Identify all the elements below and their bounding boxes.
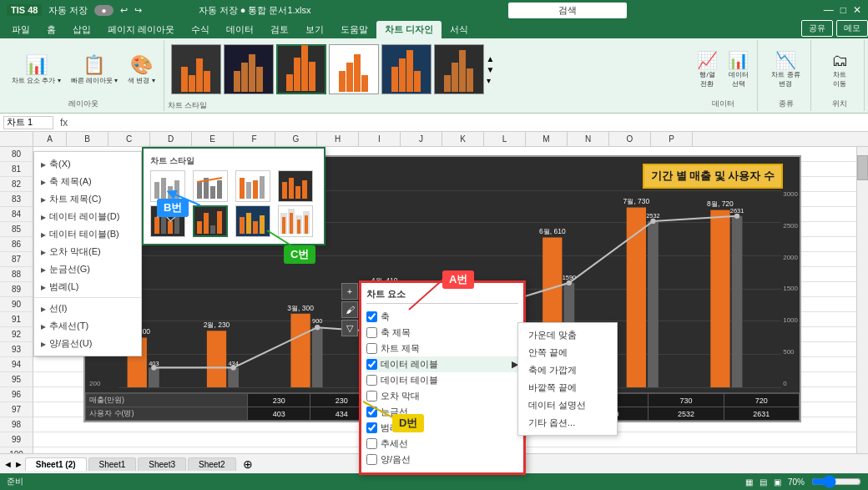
style-item-4[interactable] [278,170,313,202]
menu-axis[interactable]: ▸ 축(X) [34,155,141,173]
chart-style-2[interactable] [224,44,274,94]
tab-insert[interactable]: 삽입 [64,21,99,38]
sheet-tab-3[interactable]: Sheet3 [138,457,186,471]
move-chart-btn[interactable]: 🗂 차트이동 [828,49,851,90]
tab-review[interactable]: 검토 [262,21,297,38]
tab-file[interactable]: 파일 [3,21,38,38]
check-gridline-input[interactable] [366,407,377,417]
share-btn[interactable]: 공유 [801,20,833,37]
col-P[interactable]: P [651,132,693,146]
scrollbar-thumb[interactable] [857,155,868,180]
tab-format[interactable]: 서식 [442,21,477,38]
style-item-7[interactable] [235,205,270,237]
col-F[interactable]: F [234,132,275,146]
style-expand[interactable]: ▾ [487,76,495,85]
col-C[interactable]: C [108,132,150,146]
menu-axis-title[interactable]: ▸ 축 제목(A) [34,173,141,190]
vertical-scrollbar[interactable] [856,147,868,470]
check-bar-error-input[interactable] [366,454,377,465]
zoom-slider[interactable] [811,475,861,488]
check-trend[interactable]: 추세선 [366,436,518,452]
col-L[interactable]: L [484,132,526,146]
check-data-table[interactable]: 데이터 테이블 [366,372,518,388]
chart-plus-btn[interactable]: + [341,283,358,300]
submenu-inside-end[interactable]: 안쪽 끝에 [518,344,617,361]
chart-style-1[interactable] [171,44,221,94]
search-bar[interactable]: 검색 [508,3,627,18]
check-legend-input[interactable] [366,422,377,433]
minimize-btn[interactable]: — [824,4,834,16]
check-data-label[interactable]: 데이터 레이블 ▶ [366,356,518,372]
check-data-table-input[interactable] [366,375,377,386]
style-scroll-up[interactable]: ▲ [487,54,495,63]
tab-help[interactable]: 도움말 [332,21,376,38]
tab-formula[interactable]: 수식 [183,21,218,38]
memo-btn[interactable]: 메모 [836,20,868,37]
tab-chart-design[interactable]: 차트 디자인 [376,21,442,38]
col-J[interactable]: J [401,132,442,146]
check-axis-title[interactable]: 축 제목 [366,325,518,341]
menu-error-bar[interactable]: ▸ 오차 막대(E) [34,243,141,260]
color-change-btn[interactable]: 🎨 색 변경 ▾ [124,53,158,87]
change-chart-type-btn[interactable]: 📉 차트 종류변경 [768,48,803,90]
chart-style-5[interactable] [381,44,431,94]
chart-filter-btn[interactable]: ▽ [341,320,358,336]
chart-style-3-selected[interactable] [276,44,326,94]
check-gridline[interactable]: 눈금선 [366,404,518,420]
tab-data[interactable]: 데이터 [218,21,262,38]
style-item-2[interactable] [193,170,228,202]
formula-input[interactable] [74,118,865,128]
select-data-btn[interactable]: 📈 행/열전환 [694,48,721,90]
check-data-label-input[interactable] [366,359,377,370]
style-item-3[interactable] [235,170,270,202]
check-legend[interactable]: 범례 [366,420,518,436]
col-G[interactable]: G [275,132,317,146]
add-chart-element-btn[interactable]: 📊 차트 요소 추가 ▾ [8,53,64,87]
chart-brush-btn[interactable]: 🖌 [341,301,358,318]
style-item-6-selected[interactable] [193,205,228,237]
tab-layout[interactable]: 페이지 레이아웃 [99,21,183,38]
sheet-tab-1[interactable]: Sheet1 (2) [25,457,87,471]
col-M[interactable]: M [526,132,568,146]
tab-view[interactable]: 보기 [297,21,332,38]
chart-style-4[interactable] [329,44,379,94]
close-btn[interactable]: ✕ [853,4,861,16]
col-N[interactable]: N [568,132,609,146]
col-D[interactable]: D [150,132,192,146]
col-H[interactable]: H [317,132,359,146]
sheet-nav-right[interactable]: ► [14,459,23,469]
tab-home[interactable]: 홈 [38,21,64,38]
col-I[interactable]: I [359,132,401,146]
view-normal-icon[interactable]: ▦ [745,477,753,487]
data-select-btn[interactable]: 📊 데이터선택 [724,48,752,90]
quick-layout-btn[interactable]: 📋 빠른 레이아웃 ▾ [68,53,121,87]
check-trend-input[interactable] [366,438,377,449]
menu-legend[interactable]: ▸ 범례(L) [34,278,141,296]
col-A[interactable]: A [33,132,67,146]
check-axis-title-input[interactable] [366,327,377,338]
menu-chart-title[interactable]: ▸ 차트 제목(C) [34,190,141,208]
style-item-8[interactable] [278,205,313,237]
sheet-tab-4[interactable]: Sheet2 [188,457,236,471]
menu-data-table[interactable]: ▸ 데이터 테이블(B) [34,225,141,243]
autosave-toggle[interactable]: ● [94,5,113,16]
submenu-more-options[interactable]: 기타 옵션... [518,414,617,432]
menu-data-label[interactable]: ▸ 데이터 레이블(D) [34,208,141,225]
add-sheet-btn[interactable]: ⊕ [238,457,258,471]
col-O[interactable]: O [609,132,651,146]
col-B[interactable]: B [67,132,108,146]
submenu-callout[interactable]: 데이터 설명선 [518,397,617,414]
undo-icon[interactable]: ↩ [120,5,128,16]
submenu-outside-end[interactable]: 바깥쪽 끝에 [518,379,617,397]
submenu-center[interactable]: 가운데 맞춤 [518,326,617,344]
col-K[interactable]: K [442,132,484,146]
check-error-bar-input[interactable] [366,391,377,402]
sheet-tab-2[interactable]: Sheet1 [88,457,137,471]
style-item-1[interactable] [150,170,185,202]
redo-icon[interactable]: ↪ [134,5,142,16]
maximize-btn[interactable]: □ [840,4,846,16]
menu-bar-error[interactable]: ▸ 양/음선(U) [34,335,141,352]
menu-line[interactable]: ▸ 선(I) [34,300,141,317]
check-bar-error[interactable]: 양/음선 [366,452,518,467]
cell-name-box[interactable] [3,116,53,129]
